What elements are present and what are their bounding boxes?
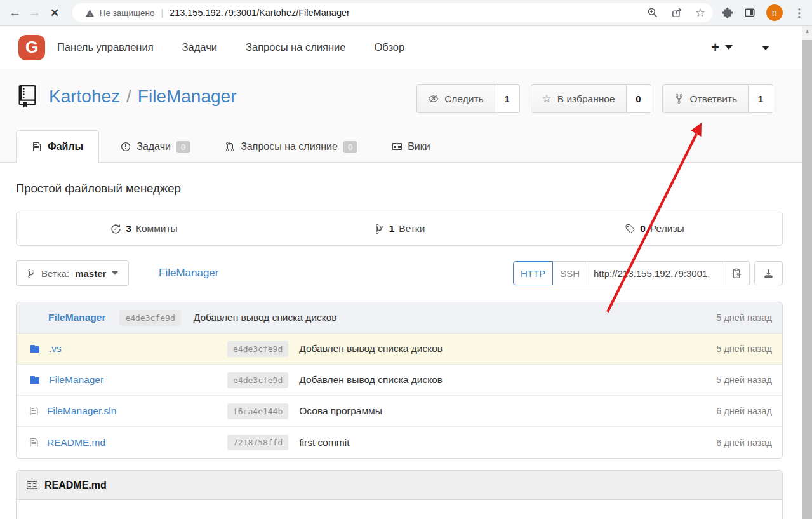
branch-caret-icon [112,271,118,275]
commit-date: 6 дней назад [716,406,772,416]
table-row[interactable]: FileManager e4de3cfe9d Добавлен вывод сп… [17,365,782,396]
download-archive-button[interactable] [754,261,783,285]
commit-sha-badge[interactable]: 7218758ffd [227,435,288,450]
repo-icon [17,85,37,108]
page-scrollbar[interactable]: ▲ [802,26,812,519]
latest-commit-sha[interactable]: e4de3cfe9d [119,310,180,326]
file-icon [29,438,39,448]
branch-selector[interactable]: Ветка: master [16,260,129,286]
nav-item-issues[interactable]: Задачи [182,41,217,53]
file-link[interactable]: .vs [49,343,62,354]
history-icon [110,224,121,234]
table-row[interactable]: .vs e4de3cfe9d Добавлен вывод списка дис… [17,334,782,365]
eye-icon [428,93,439,104]
commits-stat[interactable]: 3Коммиты [17,212,272,245]
fork-button[interactable]: Ответвить [662,84,749,113]
fork-icon [674,93,684,104]
repo-name-link[interactable]: FileManager [138,86,237,106]
wiki-book-icon [392,142,402,152]
nav-item-dashboard[interactable]: Панель управления [57,41,154,53]
branches-stat[interactable]: 1Ветки [272,212,527,245]
clone-ssh-button[interactable]: SSH [553,261,587,285]
title-slash: / [126,86,131,106]
commit-sha-badge[interactable]: e4de3cfe9d [227,341,288,357]
zoom-icon[interactable] [647,7,658,18]
repo-stats-bar: 3Коммиты 1Ветки 0Релизы [16,212,783,246]
address-bar[interactable]: Не защищено | 213.155.192.79:3001/Kartoh… [72,3,713,22]
fork-group: Ответвить 1 [662,84,774,113]
latest-commit-date: 5 дней назад [716,313,772,323]
star-group: ☆ В избранное 0 [531,84,651,113]
file-link[interactable]: FileManager [49,374,103,386]
file-icon [29,406,39,416]
star-button[interactable]: ☆ В избранное [531,84,627,113]
commit-message[interactable]: Осова программы [288,405,716,417]
issues-count-badge: 0 [176,141,190,153]
file-link[interactable]: README.md [47,437,105,448]
releases-stat[interactable]: 0Релизы [527,212,782,245]
download-icon [763,268,774,279]
browser-profile-avatar[interactable]: n [766,4,783,21]
star-count[interactable]: 0 [627,84,651,113]
repo-description: Простой файловый менеджер [16,182,181,196]
branch-icon [27,269,36,278]
star-icon: ☆ [542,93,552,104]
tab-files[interactable]: Файлы [16,130,99,163]
commit-message[interactable]: first commit [288,437,716,448]
browser-back-button[interactable]: ← [5,6,25,20]
commit-sha-badge[interactable]: e4de3cfe9d [227,372,288,388]
latest-commit-author-link[interactable]: FileManager [48,312,105,323]
not-secure-warning-icon [85,8,95,18]
repo-owner-link[interactable]: Kartohez [49,86,120,106]
browser-toolbar: ← → ✕ Не защищено | 213.155.192.79:3001/… [0,0,812,26]
new-menu-caret-icon[interactable] [725,45,733,50]
side-panel-icon[interactable] [744,7,755,18]
commit-message[interactable]: Добавлен вывод списка дисков [288,374,716,386]
clipboard-copy-icon [731,268,742,279]
pull-request-icon [225,142,235,152]
share-icon[interactable] [671,7,682,18]
repo-header: Kartohez/FileManager Следить 1 ☆ В избра… [0,69,802,163]
watch-count[interactable]: 1 [495,84,520,113]
browser-stop-button[interactable]: ✕ [44,6,64,20]
open-book-icon [26,480,37,491]
security-label[interactable]: Не защищено [100,8,155,18]
browser-forward-button[interactable]: → [25,6,44,20]
clone-http-button[interactable]: HTTP [513,261,553,285]
latest-commit-message[interactable]: Добавлен вывод списка дисков [194,312,337,323]
tab-issues[interactable]: Задачи 0 [107,131,203,163]
browser-menu-icon[interactable]: ⋮ [794,6,804,20]
table-row[interactable]: README.md 7218758ffd first commit 6 дней… [17,427,782,458]
breadcrumb-repo-root[interactable]: FileManager [159,267,219,280]
fork-count[interactable]: 1 [749,84,773,113]
gogs-logo[interactable]: G [18,35,45,60]
user-menu-caret-icon[interactable] [762,46,769,50]
table-row[interactable]: FileManager.sln f6ca4e144b Осова програм… [17,396,782,427]
readme-title: README.md [44,480,107,491]
copy-clone-url-button[interactable] [724,261,750,285]
branch-icon [374,224,385,234]
clone-url-input[interactable] [587,261,724,285]
latest-commit-row: FileManager e4de3cfe9d Добавлен вывод сп… [17,302,782,334]
scrollbar-up-arrow[interactable]: ▲ [802,26,812,36]
file-link[interactable]: FileManager.sln [47,405,116,417]
address-separator: | [161,8,163,18]
commit-message[interactable]: Добавлен вывод списка дисков [288,343,716,354]
tab-wiki[interactable]: Вики [378,131,444,163]
folder-icon [29,375,41,385]
scrollbar-thumb[interactable] [802,40,812,519]
tab-pull-requests[interactable]: Запросы на слияние 0 [211,131,370,163]
folder-icon [29,344,41,354]
nav-item-pull-requests[interactable]: Запросы на слияние [246,41,346,53]
commit-sha-badge[interactable]: f6ca4e144b [227,403,288,419]
current-branch-name: master [75,268,106,279]
new-repo-plus-button[interactable]: + [711,39,719,56]
bookmark-star-icon[interactable]: ☆ [695,7,705,18]
commit-date: 5 дней назад [716,344,772,354]
nav-item-explore[interactable]: Обзор [375,41,405,53]
repo-title: Kartohez/FileManager [49,86,237,107]
url-text[interactable]: 213.155.192.79:3001/Kartohez/FileManager [170,8,350,18]
extensions-puzzle-icon[interactable] [722,7,733,18]
tag-icon [625,224,636,234]
watch-button[interactable]: Следить [416,84,495,113]
